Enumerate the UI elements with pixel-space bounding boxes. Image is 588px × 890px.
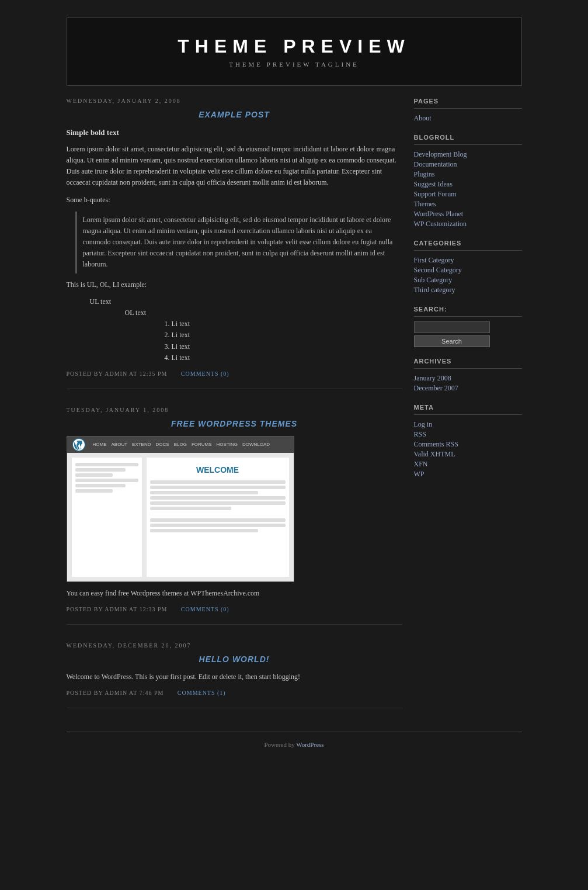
ul-example: UL text OL text Li text Li text Li text … (90, 296, 402, 363)
sidebar-item-xfn[interactable]: XFN (414, 460, 428, 468)
wp-header-bar: HOME ABOUT EXTEND DOCS BLOG FORUMS HOSTI… (67, 437, 294, 453)
sidebar-item-themes[interactable]: Themes (414, 200, 436, 208)
list-item: Log in (414, 420, 522, 430)
sidebar-item-comments-rss[interactable]: Comments RSS (414, 440, 458, 448)
sidebar-categories-title: CATEGORIES (414, 240, 522, 247)
post-title-link[interactable]: FREE WORDPRESS THEMES (171, 419, 297, 428)
sidebar-item-third-cat[interactable]: Third category (414, 286, 455, 294)
sidebar-item-dev-blog[interactable]: Development Blog (414, 150, 467, 158)
wp-nav-docs: DOCS (156, 441, 169, 449)
ol-example: OL text Li text Li text Li text Li text (125, 307, 402, 363)
li-list: Li text Li text Li text Li text (172, 318, 402, 363)
sidebar-categories-section: CATEGORIES First Category Second Categor… (414, 240, 522, 295)
footer-wp-link[interactable]: WordPress (296, 741, 323, 748)
list-item: WordPress Planet (414, 209, 522, 219)
site-header: THEME PREVIEW THEME PREVIEW TAGLINE (67, 18, 522, 86)
post-meta: POSTED BY ADMIN AT 12:33 PM COMMENTS (0) (67, 606, 402, 612)
post-title: EXAMPLE POST (67, 110, 402, 120)
post-blockquote: Lorem ipsum dolor sit amet, consectetur … (75, 212, 402, 273)
sidebar-item-suggest-ideas[interactable]: Suggest Ideas (414, 180, 453, 188)
ol-item: OL text (125, 309, 147, 317)
list-item: Development Blog (414, 150, 522, 160)
sidebar-item-valid-xhtml[interactable]: Valid XHTML (414, 450, 455, 458)
post-title-link[interactable]: EXAMPLE POST (199, 110, 270, 119)
sidebar-item-sub-cat[interactable]: Sub Category (414, 276, 453, 284)
sidebar-divider (414, 368, 522, 369)
site-title: THEME PREVIEW (79, 36, 510, 57)
list-item: Li text (172, 318, 402, 330)
sidebar-item-rss[interactable]: RSS (414, 430, 426, 438)
post-date: TUESDAY, JANUARY 1, 2008 (67, 407, 402, 413)
sidebar-meta-section: META Log in RSS Comments RSS Valid XHTML… (414, 404, 522, 479)
sidebar-item-plugins[interactable]: Plugins (414, 170, 435, 178)
ul-item: UL text (90, 297, 112, 306)
sidebar-item-support[interactable]: Support Forum (414, 190, 457, 198)
wp-nav-forums: FORUMS (192, 441, 212, 449)
sidebar-divider (414, 316, 522, 317)
wp-text-line (150, 507, 231, 510)
sidebar-item-jan-2008[interactable]: January 2008 (414, 374, 451, 382)
post-wp-themes: TUESDAY, JANUARY 1, 2008 FREE WORDPRESS … (67, 407, 402, 625)
wp-text-line (150, 529, 259, 532)
search-input[interactable] (414, 321, 490, 333)
sidebar-pages-title: PAGES (414, 98, 522, 105)
post-meta: POSTED BY ADMIN AT 12:35 PM COMMENTS (0) (67, 370, 402, 377)
sidebar-categories-list: First Category Second Category Sub Categ… (414, 255, 522, 295)
sidebar-search-title: SEARCH: (414, 306, 522, 313)
sidebar-blogroll-list: Development Blog Documentation Plugins S… (414, 150, 522, 229)
post-title-link[interactable]: HELLO WORLD! (199, 654, 270, 664)
sidebar-divider (414, 414, 522, 415)
post-meta: POSTED BY ADMIN AT 7:46 PM COMMENTS (1) (67, 690, 402, 696)
sidebar-archives-section: ARCHIVES January 2008 December 2007 (414, 358, 522, 393)
sidebar-item-login[interactable]: Log in (414, 420, 433, 428)
wp-main: WELCOME (147, 458, 289, 577)
site-tagline: THEME PREVIEW TAGLINE (79, 61, 510, 68)
list-item: First Category (414, 255, 522, 265)
sidebar-item-first-cat[interactable]: First Category (414, 256, 454, 264)
sidebar-item-dec-2007[interactable]: December 2007 (414, 384, 458, 392)
sidebar-search-section: SEARCH: Search (414, 306, 522, 347)
wp-text-line (150, 486, 286, 489)
post-date: WEDNESDAY, JANUARY 2, 2008 (67, 98, 402, 104)
sidebar-item-docs[interactable]: Documentation (414, 160, 457, 168)
wp-nav-extend: EXTEND (132, 441, 151, 449)
post-content: HOME ABOUT EXTEND DOCS BLOG FORUMS HOSTI… (67, 436, 402, 599)
list-item: Support Forum (414, 189, 522, 199)
sidebar-archives-list: January 2008 December 2007 (414, 373, 522, 393)
sidebar-item-about[interactable]: About (414, 114, 432, 122)
sidebar-item-wp-custom[interactable]: WP Customization (414, 220, 467, 228)
post-comments-link[interactable]: COMMENTS (1) (178, 690, 226, 696)
list-item: Li text (172, 352, 402, 363)
post-content: Simple bold text Lorem ipsum dolor sit a… (67, 127, 402, 363)
search-button[interactable]: Search (414, 335, 490, 347)
post-title: HELLO WORLD! (67, 654, 402, 664)
list-item: Second Category (414, 265, 522, 275)
post-comments-link[interactable]: COMMENTS (0) (181, 606, 229, 612)
post-comments-link[interactable]: COMMENTS (0) (181, 370, 229, 377)
list-item: Sub Category (414, 275, 522, 285)
wp-nav-download: DOWNLOAD (242, 441, 270, 449)
sidebar-blogroll-section: BLOGROLL Development Blog Documentation … (414, 134, 522, 229)
sidebar-pages-list: About (414, 113, 522, 123)
site-footer: Powered by WordPress (67, 732, 522, 757)
post-example: WEDNESDAY, JANUARY 2, 2008 EXAMPLE POST … (67, 98, 402, 389)
sidebar-item-wp[interactable]: WP (414, 470, 425, 478)
wp-welcome-title: WELCOME (150, 461, 286, 479)
post-author-date: POSTED BY ADMIN AT 12:35 PM (67, 370, 168, 377)
sidebar-divider (414, 108, 522, 109)
list-item: January 2008 (414, 373, 522, 383)
list-item: Documentation (414, 160, 522, 169)
wp-nav-home: HOME (93, 441, 107, 449)
list-item: December 2007 (414, 383, 522, 393)
wordpress-logo-icon (72, 438, 86, 452)
wp-text-line (150, 491, 259, 494)
list-item: Themes (414, 199, 522, 209)
sidebar-item-second-cat[interactable]: Second Category (414, 266, 462, 274)
wp-nav-bar: HOME ABOUT EXTEND DOCS BLOG FORUMS HOSTI… (93, 441, 270, 449)
wp-text-line (150, 496, 286, 500)
sidebar-item-wp-planet[interactable]: WordPress Planet (414, 210, 464, 218)
wp-text-line (75, 484, 126, 487)
list-item: Third category (414, 285, 522, 295)
ul-label: This is UL, OL, LI example: (67, 279, 402, 290)
sidebar-archives-title: ARCHIVES (414, 358, 522, 365)
